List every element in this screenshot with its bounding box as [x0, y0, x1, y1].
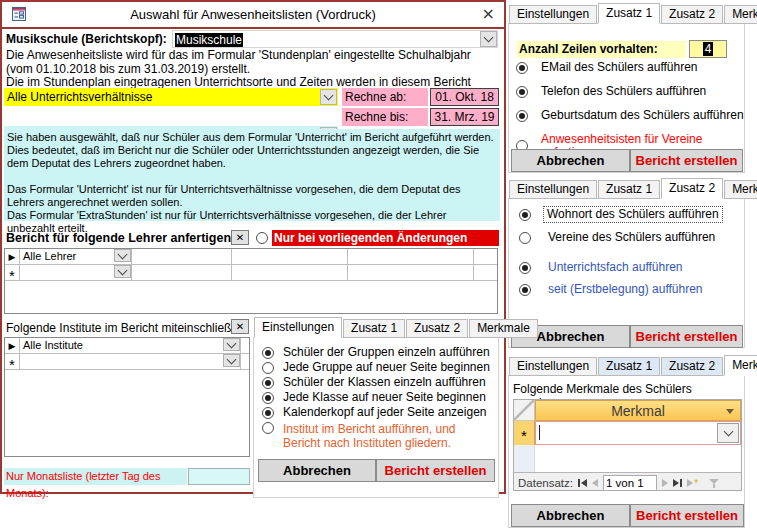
close-icon[interactable]: × — [482, 4, 495, 23]
row-selector[interactable]: ▶ — [5, 249, 20, 264]
chevron-down-icon[interactable] — [114, 249, 131, 262]
institute-new-combobox[interactable] — [20, 354, 241, 369]
new-record-selector[interactable]: * — [5, 265, 20, 280]
empty-cell[interactable] — [232, 265, 348, 280]
radio-erstbelegung[interactable] — [519, 284, 531, 296]
radio-vereine[interactable] — [519, 232, 531, 244]
option-label: EMail des Schülers aufführen — [541, 61, 698, 74]
next-record-icon[interactable] — [662, 479, 668, 487]
last-record-icon[interactable] — [673, 479, 682, 487]
rows-ahead-value: 4 — [703, 42, 714, 56]
empty-cell — [241, 338, 249, 353]
create-report-button[interactable]: Bericht erstellen — [630, 504, 744, 527]
merkmal-column-header[interactable]: Merkmal — [535, 400, 741, 421]
previous-record-icon[interactable] — [592, 479, 598, 487]
empty-cell[interactable] — [132, 249, 232, 264]
option-label: Schüler der Gruppen einzeln aufführen — [283, 346, 490, 359]
tab-zusatz2[interactable]: Zusatz 2 — [661, 357, 723, 376]
tab-zusatz2[interactable]: Zusatz 2 — [661, 178, 723, 199]
cancel-button[interactable]: Abbrechen — [258, 459, 376, 482]
nav-label: Datensatz: — [518, 477, 573, 489]
chevron-down-icon[interactable] — [717, 423, 739, 443]
institute-cell-combobox[interactable]: Alle Institute — [20, 338, 241, 353]
monatsliste-label: Nur Monatsliste (letzter Tag des Monats)… — [4, 468, 187, 485]
tab-einstellungen[interactable]: Einstellungen — [509, 357, 597, 376]
tab-merkmale[interactable]: Merkmale — [469, 319, 538, 338]
institute-grid: ▶ Alle Institute * — [4, 337, 250, 457]
create-report-button[interactable]: Bericht erstellen — [630, 325, 743, 348]
option-label: Unterrichtsfach aufführen — [548, 261, 683, 274]
tab-merkmale[interactable]: Merkmale — [724, 355, 757, 376]
column-dropdown-icon[interactable] — [726, 409, 734, 414]
merkmale-datasheet: Merkmal * Datensatz: — [513, 399, 742, 491]
select-all-cell[interactable] — [514, 400, 535, 421]
dialog-titlebar[interactable]: Auswahl für Anwesenheitslisten (Vordruck… — [2, 2, 504, 29]
changes-only-radio[interactable] — [256, 232, 268, 244]
create-report-button[interactable]: Bericht erstellen — [630, 149, 743, 172]
radio-gruppe-neue-seite[interactable] — [262, 362, 274, 374]
form-icon — [11, 6, 27, 25]
unterricht-scope-combobox[interactable]: Alle Unterrichtsverhältnisse — [4, 88, 338, 106]
row-selector[interactable]: ▶ — [5, 338, 20, 353]
new-blank-record-icon[interactable]: * — [687, 479, 698, 487]
tab-zusatz1[interactable]: Zusatz 1 — [598, 180, 660, 199]
option-label: seit (Erstbelegung) aufführen — [548, 283, 703, 296]
tab-merkmale[interactable]: Merkmale — [724, 180, 757, 199]
filter-icon[interactable] — [709, 479, 719, 488]
first-record-icon[interactable] — [578, 479, 587, 487]
berichtskopf-combobox[interactable]: Musikschule — [172, 30, 498, 48]
institute-value: Alle Institute — [23, 339, 83, 351]
radio-telefon[interactable] — [516, 86, 528, 98]
datasheet-header: Merkmal — [514, 400, 741, 421]
current-record-icon: ▶ — [9, 252, 16, 262]
chevron-down-icon[interactable] — [480, 31, 497, 47]
cancel-button[interactable]: Abbrechen — [511, 504, 630, 527]
lehrer-new-combobox[interactable] — [20, 265, 132, 280]
chevron-down-icon[interactable] — [320, 89, 337, 105]
monatsliste-input[interactable] — [188, 468, 250, 485]
new-record-selector[interactable]: * — [514, 421, 535, 445]
rechne-bis-value[interactable]: 31. Mrz. 19 — [430, 108, 499, 126]
chevron-down-icon[interactable] — [223, 338, 240, 351]
radio-kalenderkopf[interactable] — [262, 407, 274, 419]
cancel-button[interactable]: Abbrechen — [511, 149, 630, 172]
record-position-input[interactable] — [603, 475, 657, 492]
tab-zusatz1[interactable]: Zusatz 1 — [343, 319, 405, 338]
radio-geburtsdatum[interactable] — [516, 110, 528, 122]
merkmal-combobox[interactable] — [535, 421, 741, 445]
tab-einstellungen[interactable]: Einstellungen — [509, 5, 597, 24]
tab-zusatz2[interactable]: Zusatz 2 — [661, 5, 723, 24]
chevron-down-icon[interactable] — [223, 354, 240, 367]
empty-cell[interactable] — [348, 265, 474, 280]
tab-einstellungen[interactable]: Einstellungen — [509, 180, 597, 199]
lehrer-cell-combobox[interactable]: Alle Lehrer — [20, 249, 132, 264]
attendance-dialog: Auswahl für Anwesenheitslisten (Vordruck… — [0, 0, 506, 494]
radio-unterrichtsfach[interactable] — [519, 262, 531, 274]
empty-cell[interactable] — [348, 249, 474, 264]
radio-institut-gliedern[interactable] — [262, 422, 274, 434]
lehrer-clear-button[interactable]: ✕ — [231, 230, 249, 245]
empty-cell[interactable] — [232, 249, 348, 264]
new-record-selector[interactable]: * — [5, 354, 20, 369]
empty-cell — [241, 354, 249, 369]
radio-klasse-neue-seite[interactable] — [262, 392, 274, 404]
create-report-button[interactable]: Bericht erstellen — [376, 459, 495, 482]
new-record-icon: * — [9, 355, 15, 369]
rows-ahead-input[interactable]: 4 — [689, 40, 727, 58]
tab-merkmale[interactable]: Merkmale — [724, 5, 757, 24]
chevron-down-icon[interactable] — [114, 265, 131, 278]
option-label: Jede Klasse auf neuer Seite beginnen — [283, 391, 486, 404]
institute-clear-button[interactable]: ✕ — [231, 319, 249, 334]
tab-zusatz1[interactable]: Zusatz 1 — [598, 3, 660, 24]
tab-zusatz2[interactable]: Zusatz 2 — [406, 319, 468, 338]
tab-einstellungen[interactable]: Einstellungen — [254, 317, 342, 338]
rechne-ab-value[interactable]: 01. Okt. 18 — [430, 88, 499, 106]
radio-wohnort[interactable] — [519, 209, 531, 221]
empty-rows — [514, 445, 741, 472]
changes-only-label[interactable]: Nur bei vorliegenden Änderungen — [272, 230, 499, 246]
radio-email[interactable] — [516, 62, 528, 74]
radio-gruppen-einzeln[interactable] — [262, 347, 274, 359]
tab-zusatz1[interactable]: Zusatz 1 — [598, 357, 660, 376]
radio-klassen-einzeln[interactable] — [262, 377, 274, 389]
empty-cell[interactable] — [132, 265, 232, 280]
